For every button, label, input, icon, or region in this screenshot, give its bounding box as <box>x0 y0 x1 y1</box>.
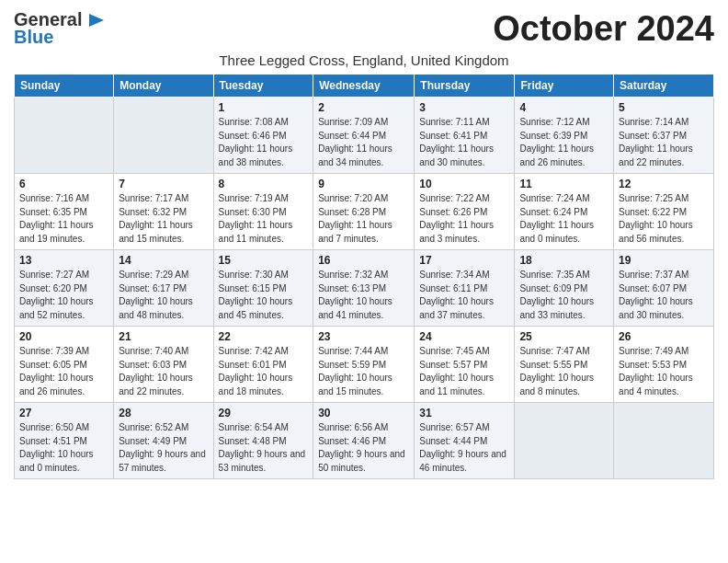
day-info: Sunrise: 7:11 AM Sunset: 6:41 PM Dayligh… <box>419 116 509 169</box>
day-info: Sunrise: 7:20 AM Sunset: 6:28 PM Dayligh… <box>318 192 409 246</box>
calendar-cell: 21Sunrise: 7:40 AM Sunset: 6:03 PM Dayli… <box>114 327 213 403</box>
day-number: 7 <box>119 178 208 190</box>
day-info: Sunrise: 7:22 AM Sunset: 6:26 PM Dayligh… <box>419 192 509 246</box>
day-info: Sunrise: 7:45 AM Sunset: 5:57 PM Dayligh… <box>419 345 509 398</box>
day-number: 3 <box>419 101 509 114</box>
day-info: Sunrise: 6:54 AM Sunset: 4:48 PM Dayligh… <box>219 421 309 475</box>
calendar-cell: 11Sunrise: 7:24 AM Sunset: 6:24 PM Dayli… <box>515 174 614 250</box>
day-info: Sunrise: 7:24 AM Sunset: 6:24 PM Dayligh… <box>519 192 609 246</box>
calendar-cell: 8Sunrise: 7:19 AM Sunset: 6:30 PM Daylig… <box>213 174 313 250</box>
calendar-header-row: SundayMondayTuesdayWednesdayThursdayFrid… <box>15 75 714 98</box>
month-title: October 2024 <box>493 9 714 49</box>
calendar-cell: 4Sunrise: 7:12 AM Sunset: 6:39 PM Daylig… <box>515 98 614 174</box>
calendar-week-row: 20Sunrise: 7:39 AM Sunset: 6:05 PM Dayli… <box>15 327 714 403</box>
page: General Blue October 2024 Three Legged C… <box>0 0 728 488</box>
day-info: Sunrise: 7:29 AM Sunset: 6:17 PM Dayligh… <box>119 269 208 322</box>
day-info: Sunrise: 6:52 AM Sunset: 4:49 PM Dayligh… <box>119 421 208 475</box>
calendar-header-friday: Friday <box>515 75 614 98</box>
calendar-cell: 3Sunrise: 7:11 AM Sunset: 6:41 PM Daylig… <box>415 98 515 174</box>
day-info: Sunrise: 7:32 AM Sunset: 6:13 PM Dayligh… <box>318 269 409 322</box>
calendar-cell: 18Sunrise: 7:35 AM Sunset: 6:09 PM Dayli… <box>515 250 614 327</box>
calendar-cell: 20Sunrise: 7:39 AM Sunset: 6:05 PM Dayli… <box>15 327 114 403</box>
calendar-cell: 28Sunrise: 6:52 AM Sunset: 4:49 PM Dayli… <box>114 403 213 479</box>
calendar-cell: 31Sunrise: 6:57 AM Sunset: 4:44 PM Dayli… <box>415 403 515 479</box>
calendar-header-thursday: Thursday <box>415 75 515 98</box>
day-number: 31 <box>419 407 509 419</box>
day-info: Sunrise: 7:35 AM Sunset: 6:09 PM Dayligh… <box>519 269 609 322</box>
calendar-cell: 24Sunrise: 7:45 AM Sunset: 5:57 PM Dayli… <box>415 327 515 403</box>
day-number: 25 <box>519 330 609 343</box>
calendar-week-row: 27Sunrise: 6:50 AM Sunset: 4:51 PM Dayli… <box>15 403 714 479</box>
calendar-cell: 23Sunrise: 7:44 AM Sunset: 5:59 PM Dayli… <box>313 327 415 403</box>
calendar-header-sunday: Sunday <box>15 75 114 98</box>
day-number: 27 <box>19 407 108 419</box>
day-number: 5 <box>619 101 709 114</box>
day-info: Sunrise: 6:56 AM Sunset: 4:46 PM Dayligh… <box>318 421 409 475</box>
logo-blue: Blue <box>14 27 53 48</box>
day-number: 4 <box>519 101 609 114</box>
calendar-header-tuesday: Tuesday <box>213 75 313 98</box>
day-number: 8 <box>219 178 309 190</box>
calendar-cell: 29Sunrise: 6:54 AM Sunset: 4:48 PM Dayli… <box>213 403 313 479</box>
calendar-cell: 9Sunrise: 7:20 AM Sunset: 6:28 PM Daylig… <box>313 174 415 250</box>
calendar-cell: 13Sunrise: 7:27 AM Sunset: 6:20 PM Dayli… <box>15 250 114 327</box>
logo: General Blue <box>14 9 106 48</box>
day-info: Sunrise: 7:37 AM Sunset: 6:07 PM Dayligh… <box>619 269 709 322</box>
day-number: 22 <box>219 330 309 343</box>
calendar-cell <box>114 98 213 174</box>
day-number: 19 <box>619 254 709 267</box>
day-info: Sunrise: 6:57 AM Sunset: 4:44 PM Dayligh… <box>419 421 509 475</box>
day-info: Sunrise: 7:17 AM Sunset: 6:32 PM Dayligh… <box>119 192 208 246</box>
day-number: 2 <box>318 101 409 114</box>
day-number: 30 <box>318 407 409 419</box>
day-number: 9 <box>318 178 409 190</box>
day-number: 14 <box>119 254 208 267</box>
calendar-cell: 2Sunrise: 7:09 AM Sunset: 6:44 PM Daylig… <box>313 98 415 174</box>
svg-marker-0 <box>89 14 104 27</box>
day-number: 18 <box>519 254 609 267</box>
day-number: 16 <box>318 254 409 267</box>
calendar-cell <box>614 403 714 479</box>
day-info: Sunrise: 7:12 AM Sunset: 6:39 PM Dayligh… <box>519 116 609 169</box>
calendar-cell: 10Sunrise: 7:22 AM Sunset: 6:26 PM Dayli… <box>415 174 515 250</box>
calendar-cell <box>15 98 114 174</box>
subtitle: Three Legged Cross, England, United King… <box>14 52 714 68</box>
calendar-cell: 14Sunrise: 7:29 AM Sunset: 6:17 PM Dayli… <box>114 250 213 327</box>
day-number: 15 <box>219 254 309 267</box>
day-info: Sunrise: 7:30 AM Sunset: 6:15 PM Dayligh… <box>219 269 309 322</box>
day-info: Sunrise: 7:42 AM Sunset: 6:01 PM Dayligh… <box>219 345 309 398</box>
calendar-table: SundayMondayTuesdayWednesdayThursdayFrid… <box>14 74 714 479</box>
day-number: 20 <box>19 330 108 343</box>
day-info: Sunrise: 7:39 AM Sunset: 6:05 PM Dayligh… <box>19 345 108 398</box>
calendar-cell: 22Sunrise: 7:42 AM Sunset: 6:01 PM Dayli… <box>213 327 313 403</box>
calendar-cell: 27Sunrise: 6:50 AM Sunset: 4:51 PM Dayli… <box>15 403 114 479</box>
day-number: 29 <box>219 407 309 419</box>
calendar-header-monday: Monday <box>114 75 213 98</box>
day-info: Sunrise: 7:16 AM Sunset: 6:35 PM Dayligh… <box>19 192 108 246</box>
day-info: Sunrise: 7:08 AM Sunset: 6:46 PM Dayligh… <box>219 116 309 169</box>
calendar-cell: 30Sunrise: 6:56 AM Sunset: 4:46 PM Dayli… <box>313 403 415 479</box>
day-info: Sunrise: 7:49 AM Sunset: 5:53 PM Dayligh… <box>619 345 709 398</box>
day-info: Sunrise: 7:14 AM Sunset: 6:37 PM Dayligh… <box>619 116 709 169</box>
day-number: 21 <box>119 330 208 343</box>
day-info: Sunrise: 7:47 AM Sunset: 5:55 PM Dayligh… <box>519 345 609 398</box>
day-info: Sunrise: 7:25 AM Sunset: 6:22 PM Dayligh… <box>619 192 709 246</box>
calendar-cell: 19Sunrise: 7:37 AM Sunset: 6:07 PM Dayli… <box>614 250 714 327</box>
calendar-cell <box>515 403 614 479</box>
day-number: 28 <box>119 407 208 419</box>
calendar-cell: 1Sunrise: 7:08 AM Sunset: 6:46 PM Daylig… <box>213 98 313 174</box>
day-number: 10 <box>419 178 509 190</box>
calendar-header-wednesday: Wednesday <box>313 75 415 98</box>
day-number: 12 <box>619 178 709 190</box>
day-info: Sunrise: 7:27 AM Sunset: 6:20 PM Dayligh… <box>19 269 108 322</box>
calendar-header-saturday: Saturday <box>614 75 714 98</box>
calendar-cell: 5Sunrise: 7:14 AM Sunset: 6:37 PM Daylig… <box>614 98 714 174</box>
day-number: 17 <box>419 254 509 267</box>
calendar-cell: 12Sunrise: 7:25 AM Sunset: 6:22 PM Dayli… <box>614 174 714 250</box>
day-number: 26 <box>619 330 709 343</box>
day-number: 23 <box>318 330 409 343</box>
calendar-cell: 15Sunrise: 7:30 AM Sunset: 6:15 PM Dayli… <box>213 250 313 327</box>
calendar-cell: 26Sunrise: 7:49 AM Sunset: 5:53 PM Dayli… <box>614 327 714 403</box>
day-info: Sunrise: 7:09 AM Sunset: 6:44 PM Dayligh… <box>318 116 409 169</box>
day-number: 1 <box>219 101 309 114</box>
